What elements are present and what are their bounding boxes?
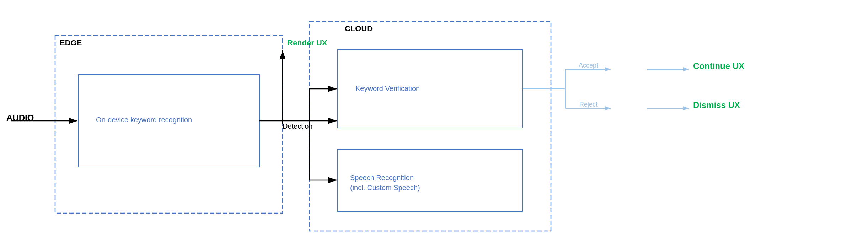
- dismiss-ux-label: Dismiss UX: [693, 100, 740, 110]
- keyword-verification-label: Keyword Verification: [355, 85, 420, 93]
- edge-label: EDGE: [60, 38, 82, 48]
- audio-label: AUDIO: [6, 113, 34, 123]
- on-device-label: On-device keyword recogntion: [96, 116, 192, 124]
- reject-label: Reject: [579, 101, 598, 108]
- cloud-label: CLOUD: [345, 24, 373, 33]
- detection-label: Detection: [283, 122, 313, 130]
- diagram-container: AUDIO EDGE On-device keyword recogntion …: [0, 0, 868, 248]
- accept-label: Accept: [579, 62, 598, 69]
- speech-recognition-label: Speech Recognition (incl. Custom Speech): [350, 173, 420, 193]
- edge-dashed-box: [55, 36, 283, 213]
- render-ux-label: Render UX: [287, 38, 327, 48]
- diagram-svg: [0, 0, 868, 248]
- continue-ux-label: Continue UX: [693, 61, 744, 71]
- cloud-dashed-box: [309, 21, 551, 231]
